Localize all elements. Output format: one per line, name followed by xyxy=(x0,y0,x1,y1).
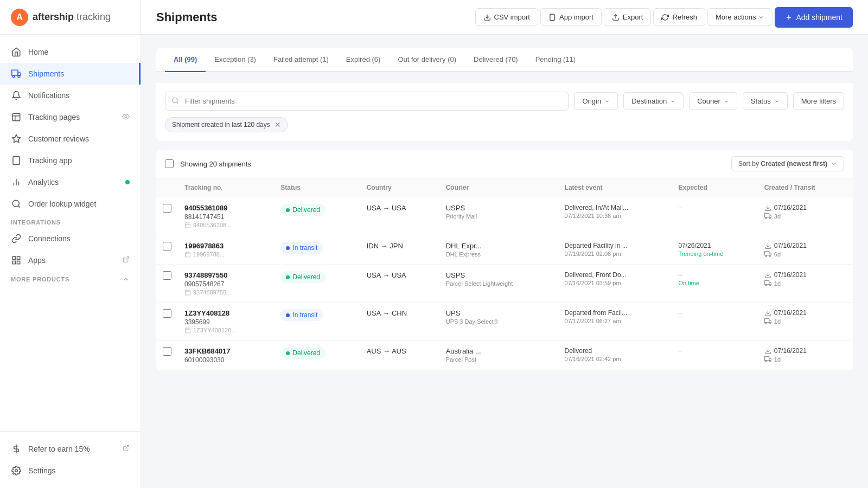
row-expected-4: – xyxy=(672,341,757,371)
more-filters-button[interactable]: More filters xyxy=(793,92,844,110)
sidebar-item-notifications[interactable]: Notifications xyxy=(0,85,141,106)
svg-point-39 xyxy=(765,217,767,219)
row-expected-3: – xyxy=(672,303,757,341)
row-status-4: Delivered xyxy=(274,341,360,371)
tab-out-for-delivery[interactable]: Out for delivery (0) xyxy=(389,48,465,72)
tablet-icon xyxy=(11,155,22,166)
row-checkbox-cell xyxy=(156,197,178,235)
search-icon xyxy=(171,97,179,106)
sidebar-item-customer-reviews[interactable]: Customer reviews xyxy=(0,128,141,150)
sidebar-item-tracking-pages[interactable]: Tracking pages xyxy=(0,106,141,128)
sidebar-item-home[interactable]: Home xyxy=(0,41,141,63)
svg-line-15 xyxy=(18,206,20,207)
sidebar-item-label-analytics: Analytics xyxy=(28,178,59,187)
shipments-table-container: Showing 20 shipments Sort by Created (ne… xyxy=(156,150,853,371)
col-created-transit: Created / Transit xyxy=(758,178,853,197)
sidebar-item-label-shipments: Shipments xyxy=(28,69,64,78)
sidebar-item-order-lookup[interactable]: Order lookup widget xyxy=(0,193,141,215)
sidebar-item-apps[interactable]: Apps xyxy=(0,249,141,271)
page-header: Shipments CSV import App import Export R… xyxy=(141,0,868,35)
row-checkbox-1[interactable] xyxy=(163,242,171,251)
row-country-4: AUS → AUS xyxy=(360,341,439,371)
row-latest-event-3: Departed from Facil... 07/17/2021 06:27 … xyxy=(558,303,672,341)
row-checkbox-4[interactable] xyxy=(163,347,171,356)
svg-rect-69 xyxy=(764,357,769,361)
table-row: 93748897550 09057548267 9374889755... De… xyxy=(156,265,853,303)
search-input[interactable] xyxy=(165,92,569,111)
row-checkbox-2[interactable] xyxy=(163,271,171,280)
logo: A aftership tracking xyxy=(0,0,141,35)
sidebar-item-label-settings: Settings xyxy=(28,466,56,475)
tracking-pages-icon xyxy=(11,112,22,123)
eye-icon xyxy=(122,113,130,122)
svg-point-14 xyxy=(12,200,19,207)
table-row: 33FKB684017 60100093030 Delivered AUS → … xyxy=(156,341,853,371)
svg-rect-19 xyxy=(12,261,15,264)
refer-external-icon xyxy=(123,445,130,453)
tab-exception[interactable]: Exception (3) xyxy=(206,48,265,72)
row-latest-event-1: Departed Facility in ... 07/19/2021 02:0… xyxy=(558,235,672,265)
col-country: Country xyxy=(360,178,439,197)
sort-button[interactable]: Sort by Created (newest first) xyxy=(731,156,844,171)
tab-pending[interactable]: Pending (11) xyxy=(527,48,584,72)
csv-import-button[interactable]: CSV import xyxy=(475,8,538,26)
svg-point-67 xyxy=(769,323,770,324)
svg-point-2 xyxy=(12,75,15,78)
logo-text: aftership tracking xyxy=(33,11,111,23)
table-body: 94055361089 88141747451 9405536108... De… xyxy=(156,197,853,371)
row-checkbox-cell xyxy=(156,341,178,371)
col-tracking-no: Tracking no. xyxy=(178,178,274,197)
shipments-table: Tracking no. Status Country Courier Late… xyxy=(156,178,853,371)
more-actions-button[interactable]: More actions xyxy=(707,8,773,26)
main-content: Shipments CSV import App import Export R… xyxy=(141,0,868,488)
sidebar-item-analytics[interactable]: Analytics xyxy=(0,171,141,193)
sidebar-item-tracking-app[interactable]: Tracking app xyxy=(0,150,141,171)
origin-filter-button[interactable]: Origin xyxy=(574,92,618,110)
row-checkbox-cell xyxy=(156,235,178,265)
destination-filter-button[interactable]: Destination xyxy=(623,92,684,110)
sidebar-nav: Home Shipments Notifications Tracking pa… xyxy=(0,35,141,431)
tab-expired[interactable]: Expired (6) xyxy=(337,48,390,72)
courier-filter-button[interactable]: Courier xyxy=(689,92,737,110)
external-link-icon xyxy=(123,256,130,265)
refresh-button[interactable]: Refresh xyxy=(653,8,705,26)
table-column-headers: Tracking no. Status Country Courier Late… xyxy=(156,178,853,197)
analytics-dot xyxy=(125,180,130,184)
svg-line-22 xyxy=(125,446,129,449)
svg-rect-37 xyxy=(764,214,769,217)
row-latest-event-0: Delivered, In/At Mail... 07/12/2021 10:3… xyxy=(558,197,672,235)
active-filters: Shipment created in last 120 days ✕ xyxy=(165,117,844,132)
filter-tag-close[interactable]: ✕ xyxy=(275,120,281,129)
settings-icon xyxy=(11,465,22,476)
export-button[interactable]: Export xyxy=(604,8,652,26)
header-actions: CSV import App import Export Refresh Mor… xyxy=(475,7,853,28)
tab-delivered[interactable]: Delivered (70) xyxy=(465,48,527,72)
svg-marker-8 xyxy=(12,135,21,143)
svg-point-49 xyxy=(769,255,770,257)
sidebar-item-connections[interactable]: Connections xyxy=(0,228,141,249)
svg-marker-1 xyxy=(18,72,21,75)
tab-failed-attempt[interactable]: Failed attempt (1) xyxy=(265,48,337,72)
sidebar-item-settings[interactable]: Settings xyxy=(0,460,141,481)
svg-point-57 xyxy=(765,285,767,286)
sidebar-item-shipments[interactable]: Shipments xyxy=(0,63,141,85)
row-checkbox-0[interactable] xyxy=(163,204,171,213)
status-filter-button[interactable]: Status xyxy=(743,92,788,110)
sidebar-item-refer[interactable]: Refer to earn 15% xyxy=(0,438,141,460)
row-checkbox-3[interactable] xyxy=(163,309,171,318)
refer-icon xyxy=(11,444,22,454)
export-label: Export xyxy=(623,13,643,21)
svg-rect-18 xyxy=(17,261,20,264)
status-tabs: All (99) Exception (3) Failed attempt (1… xyxy=(156,48,853,72)
svg-rect-32 xyxy=(186,223,190,228)
filter-tag-120-days: Shipment created in last 120 days ✕ xyxy=(165,117,288,132)
col-expected: Expected xyxy=(672,178,757,197)
sidebar-item-label-apps: Apps xyxy=(28,256,46,265)
add-shipment-button[interactable]: Add shipment xyxy=(775,7,853,28)
app-import-button[interactable]: App import xyxy=(540,8,602,26)
row-status-1: In transit xyxy=(274,235,360,265)
tab-all[interactable]: All (99) xyxy=(165,48,206,72)
svg-point-23 xyxy=(15,470,18,472)
svg-rect-59 xyxy=(186,328,190,333)
select-all-checkbox[interactable] xyxy=(165,159,174,168)
